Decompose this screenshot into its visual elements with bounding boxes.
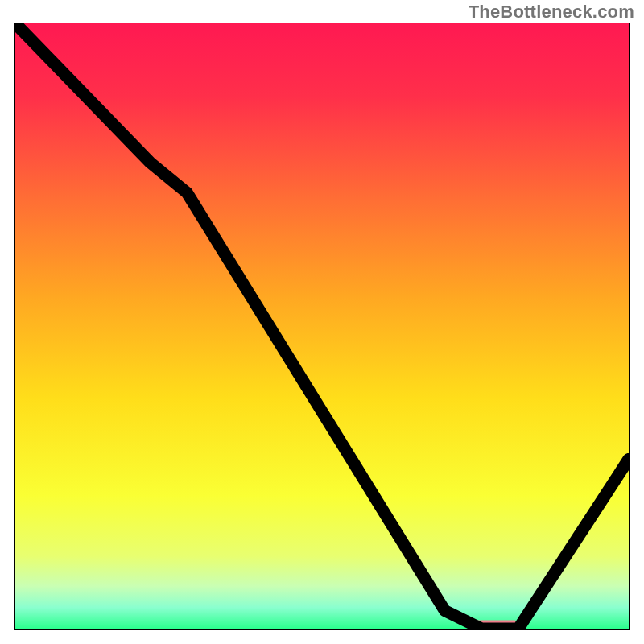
chart-container: TheBottleneck.com xyxy=(0,0,644,644)
plot-frame xyxy=(14,23,630,630)
plot-svg xyxy=(15,23,629,629)
attribution-text: TheBottleneck.com xyxy=(469,2,634,23)
